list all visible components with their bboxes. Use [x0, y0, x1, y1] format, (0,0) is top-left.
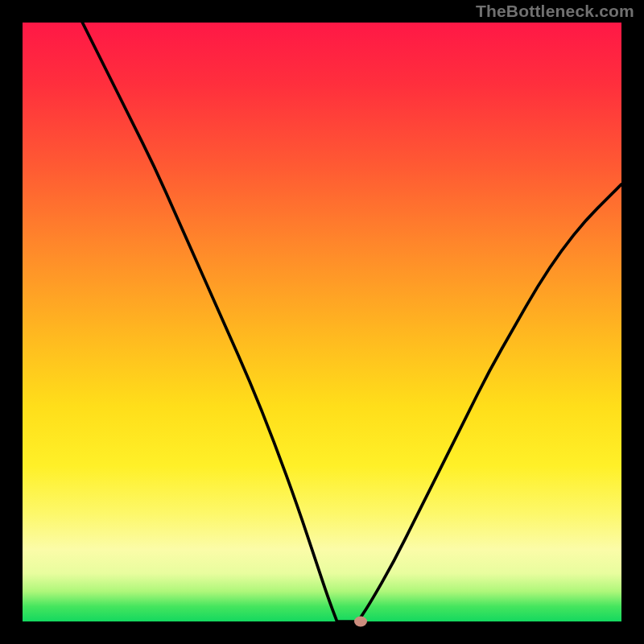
bottleneck-curve — [23, 23, 621, 621]
minimum-marker-dot — [354, 617, 367, 627]
watermark-text: TheBottleneck.com — [476, 2, 634, 21]
chart-frame: TheBottleneck.com — [0, 0, 644, 644]
curve-path — [82, 23, 621, 621]
chart-plot-area — [23, 23, 621, 621]
